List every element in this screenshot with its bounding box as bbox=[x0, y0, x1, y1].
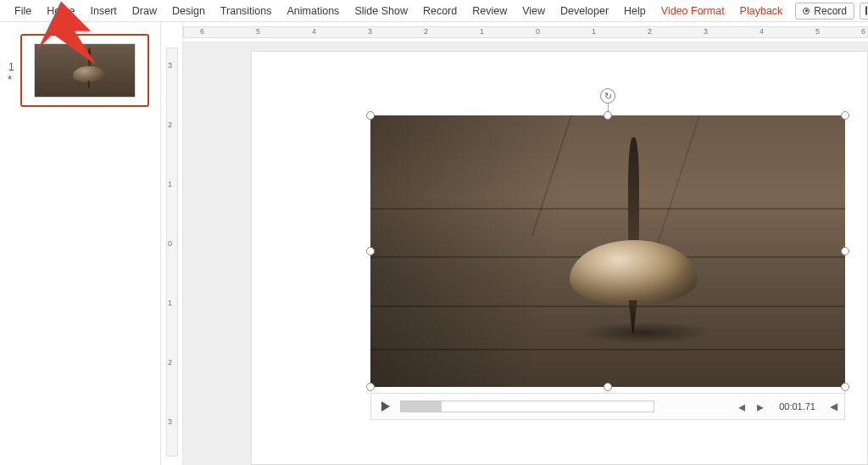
slide-thumbnail-1[interactable] bbox=[20, 34, 149, 107]
rotate-handle[interactable] bbox=[600, 88, 615, 104]
resize-handle-tm[interactable] bbox=[604, 111, 612, 120]
tab-transitions[interactable]: Transitions bbox=[213, 0, 280, 22]
tab-slideshow[interactable]: Slide Show bbox=[347, 0, 415, 22]
tab-insert[interactable]: Insert bbox=[83, 0, 125, 22]
slide-number: 1 bbox=[8, 61, 14, 73]
play-button[interactable] bbox=[376, 397, 395, 416]
vruler-mark: 3 bbox=[168, 61, 172, 70]
tab-view[interactable]: View bbox=[515, 0, 553, 22]
resize-handle-tr[interactable] bbox=[841, 111, 849, 120]
resize-handle-bl[interactable] bbox=[366, 383, 375, 391]
progress-fill bbox=[401, 401, 442, 412]
resize-handle-mr[interactable] bbox=[841, 247, 849, 255]
slide-canvas[interactable]: ◂ ▸ 00:01.71 ◀ bbox=[251, 51, 868, 465]
monitor-icon bbox=[865, 6, 867, 15]
vruler-mark: 2 bbox=[168, 120, 172, 129]
tab-design[interactable]: Design bbox=[164, 0, 213, 22]
hruler-mark: 1 bbox=[592, 27, 596, 36]
present-button[interactable]: Pr bbox=[860, 3, 868, 20]
hruler-mark: 4 bbox=[760, 27, 764, 36]
tab-review[interactable]: Review bbox=[465, 0, 515, 22]
tab-file[interactable]: File bbox=[7, 0, 39, 22]
vruler-mark: 2 bbox=[168, 358, 172, 367]
hruler-mark: 5 bbox=[256, 27, 260, 36]
record-button-label: Record bbox=[814, 5, 847, 17]
record-icon bbox=[803, 8, 810, 14]
resize-handle-ml[interactable] bbox=[366, 247, 375, 255]
hruler-mark: 3 bbox=[704, 27, 708, 36]
tab-record[interactable]: Record bbox=[415, 0, 465, 22]
vertical-ruler: 3 2 1 0 1 2 3 bbox=[161, 22, 183, 465]
step-back-button[interactable]: ◂ bbox=[735, 400, 748, 413]
tab-developer[interactable]: Developer bbox=[553, 0, 616, 22]
slide-canvas-area[interactable]: ◂ ▸ 00:01.71 ◀ bbox=[183, 42, 868, 465]
vruler-mark: 0 bbox=[168, 239, 172, 248]
media-control-bar: ◂ ▸ 00:01.71 ◀ bbox=[370, 393, 845, 420]
slide-editor: 6 5 4 3 2 1 0 1 2 3 4 5 6 bbox=[183, 22, 868, 465]
hruler-mark: 6 bbox=[861, 27, 865, 36]
hruler-mark: 4 bbox=[312, 27, 316, 36]
play-icon bbox=[381, 401, 390, 412]
vruler-mark: 1 bbox=[168, 180, 172, 188]
hruler-mark: 6 bbox=[200, 27, 204, 36]
hruler-mark: 2 bbox=[648, 27, 652, 36]
vruler-mark: 1 bbox=[168, 299, 172, 307]
workspace: 1 * 3 2 1 0 1 2 3 6 5 4 bbox=[0, 22, 868, 465]
slide-modified-marker: * bbox=[8, 73, 12, 86]
mute-button[interactable]: ◀ bbox=[827, 401, 839, 412]
hruler-mark: 0 bbox=[536, 27, 540, 36]
tab-help[interactable]: Help bbox=[616, 0, 654, 22]
horizontal-ruler: 6 5 4 3 2 1 0 1 2 3 4 5 6 bbox=[183, 22, 868, 42]
tab-video-format[interactable]: Video Format bbox=[654, 0, 732, 22]
tab-playback[interactable]: Playback bbox=[732, 0, 791, 22]
resize-handle-tl[interactable] bbox=[366, 111, 375, 120]
vruler-mark: 3 bbox=[168, 417, 172, 426]
progress-track[interactable] bbox=[400, 401, 654, 412]
hruler-mark: 1 bbox=[480, 27, 484, 36]
hruler-mark: 2 bbox=[424, 27, 428, 36]
slide-thumbnail-preview bbox=[34, 43, 136, 98]
tab-home[interactable]: Home bbox=[39, 0, 82, 22]
video-frame-preview bbox=[370, 115, 845, 387]
hruler-mark: 5 bbox=[815, 27, 820, 36]
slide-thumbnail-panel: 1 * bbox=[0, 22, 161, 465]
resize-handle-br[interactable] bbox=[841, 383, 849, 391]
resize-handle-bm[interactable] bbox=[604, 383, 612, 391]
hruler-mark: 3 bbox=[368, 27, 372, 36]
video-object[interactable] bbox=[370, 115, 845, 387]
tab-animations[interactable]: Animations bbox=[280, 0, 348, 22]
record-button[interactable]: Record bbox=[795, 3, 854, 20]
ribbon-tabs: File Home Insert Draw Design Transitions… bbox=[0, 0, 868, 22]
step-forward-button[interactable]: ▸ bbox=[754, 400, 767, 413]
timecode: 00:01.71 bbox=[779, 401, 815, 412]
tab-draw[interactable]: Draw bbox=[125, 0, 164, 22]
